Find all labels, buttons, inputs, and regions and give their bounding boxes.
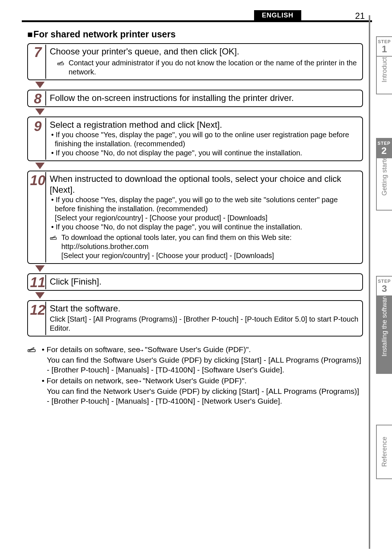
main-content: For shared network printer users 7 Choos…	[27, 29, 363, 407]
arrow-down-icon	[35, 265, 363, 272]
step-8-box: 8 Follow the on-screen instructions for …	[27, 90, 363, 107]
note-icon	[50, 234, 58, 242]
step-11-box: 11 Click [Finish].	[27, 273, 363, 291]
step-11-number: 11	[30, 275, 46, 289]
footer-notes: • For details on software, see →"Softwar…	[27, 344, 363, 407]
step-9-number: 9	[30, 118, 46, 160]
page-number: 21	[355, 11, 365, 21]
arrow-down-icon	[35, 292, 363, 299]
arrow-down-icon	[35, 109, 363, 115]
step-7-box: 7 Choose your printer's queue, and then …	[27, 43, 363, 80]
step-badge-3: STEP 3	[376, 276, 392, 296]
svg-marker-3	[35, 163, 45, 169]
svg-marker-2	[35, 109, 45, 115]
step-12-number: 12	[30, 302, 46, 335]
document-page: ENGLISH 21 Introduction STEP 1 Getting s…	[0, 0, 392, 555]
step-12-main: Start the software.	[50, 303, 359, 314]
step-10-bullet-2: • If you choose "No, do not display the …	[50, 223, 359, 232]
step-7-note: Contact your administrator if you do not…	[69, 58, 359, 77]
svg-marker-5	[35, 265, 45, 272]
step-12-box: 12 Start the software. Click [Start] - […	[27, 300, 363, 336]
right-divider	[369, 15, 370, 549]
step-7-note-row: Contact your administrator if you do not…	[57, 58, 359, 77]
header-rule	[22, 20, 372, 22]
svg-marker-1	[35, 82, 45, 88]
step-9-main: Select a registration method and click […	[50, 119, 359, 130]
arrow-down-icon	[35, 163, 363, 169]
step-11-main: Click [Finish].	[50, 276, 359, 287]
step-10-note: To download the optional tools later, yo…	[61, 233, 359, 260]
step-9-box: 9 Select a registration method and click…	[27, 117, 363, 161]
step-10-bullet-1: • If you choose "Yes, display the page",…	[50, 195, 359, 223]
step-7-number: 7	[30, 45, 46, 79]
step-9-bullet-2: • If you choose "No, do not display the …	[50, 148, 359, 158]
step-7-main: Choose your printer's queue, and then cl…	[50, 46, 359, 57]
tab-reference: Reference	[376, 425, 392, 479]
step-8-main: Follow the on-screen instructions for in…	[50, 93, 359, 103]
arrow-right-icon: →	[142, 345, 145, 355]
note-icon	[57, 59, 66, 67]
step-10-box: 10 When instructed to download the optio…	[27, 171, 363, 264]
step-10-note-row: To download the optional tools later, yo…	[50, 233, 359, 260]
step-badge-2: STEP 2	[376, 138, 392, 158]
language-tab: ENGLISH	[254, 10, 301, 20]
footer-bullet-1: • For details on software, see →"Softwar…	[41, 344, 363, 375]
arrow-down-icon	[35, 82, 363, 88]
step-12-sub: Click [Start] - [All Programs (Programs)…	[50, 315, 359, 333]
note-icon	[27, 345, 37, 407]
section-title: For shared network printer users	[27, 29, 363, 40]
step-10-number: 10	[30, 172, 46, 262]
footer-bullet-2: • For details on network, see →"Network …	[41, 376, 363, 406]
svg-marker-6	[35, 292, 45, 299]
step-8-number: 8	[30, 91, 46, 106]
step-9-bullet-1: • If you choose "Yes, display the page",…	[50, 130, 359, 148]
step-badge-1: STEP 1	[376, 36, 392, 57]
step-10-main: When instructed to download the optional…	[50, 174, 359, 195]
